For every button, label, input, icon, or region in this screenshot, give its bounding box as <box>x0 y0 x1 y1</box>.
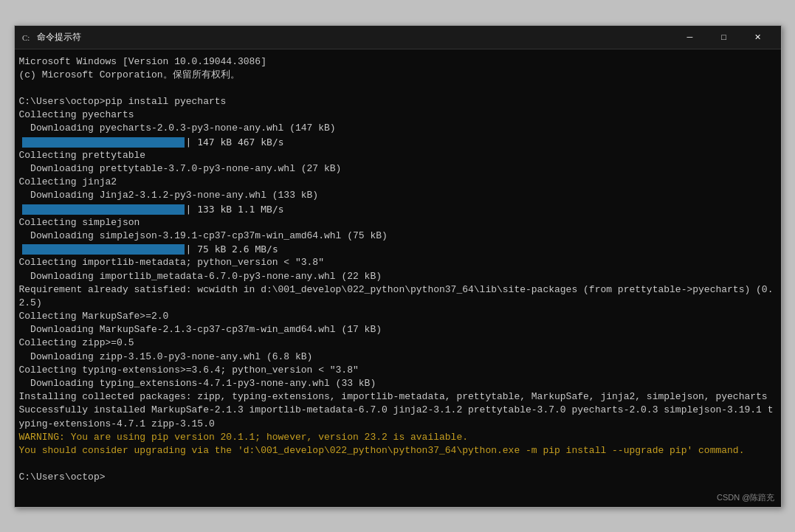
cmd-window: C: 命令提示符 ─ □ ✕ Microsoft Windows [Versio… <box>14 25 782 508</box>
terminal-line: Collecting pyecharts <box>19 108 777 122</box>
terminal-line: Downloading pyecharts-2.0.3-py3-none-any… <box>19 122 777 135</box>
terminal-line: C:\Users\octop>pip install pyecharts <box>19 95 777 108</box>
terminal-line: Downloading typing_extensions-4.7.1-py3-… <box>19 377 777 390</box>
terminal-line: Downloading prettytable-3.7.0-py3-none-a… <box>19 162 777 176</box>
terminal-line: Collecting importlib-metadata; python_ve… <box>19 256 777 269</box>
progress-text: | 147 kB 467 kB/s <box>186 136 284 149</box>
progress-bar <box>22 204 185 215</box>
terminal-line: You should consider upgrading via the 'd… <box>19 444 777 457</box>
terminal-line: (c) Microsoft Corporation。保留所有权利。 <box>19 69 777 82</box>
terminal-line <box>19 82 777 95</box>
terminal-line: Downloading zipp-3.15.0-py3-none-any.whl… <box>19 350 777 364</box>
window-controls: ─ □ ✕ <box>673 25 775 49</box>
minimize-button[interactable]: ─ <box>673 25 707 49</box>
terminal-line: Requirement already satisfied: wcwidth i… <box>19 283 777 310</box>
terminal-line: Microsoft Windows [Version 10.0.19044.30… <box>19 55 777 69</box>
terminal-line: Downloading importlib_metadata-6.7.0-py3… <box>19 270 777 283</box>
terminal-progress-line: | 133 kB 1.1 MB/s <box>19 203 777 216</box>
watermark: CSDN @陈踣充 <box>717 492 774 503</box>
close-button[interactable]: ✕ <box>741 25 775 49</box>
terminal-line: Installing collected packages: zipp, typ… <box>19 390 777 404</box>
terminal-line: Downloading MarkupSafe-2.1.3-cp37-cp37m-… <box>19 323 777 336</box>
progress-text: | 133 kB 1.1 MB/s <box>186 203 284 216</box>
terminal-line: C:\Users\octop> <box>19 471 777 484</box>
window-title: 命令提示符 <box>37 31 673 44</box>
cmd-icon: C: <box>21 31 32 43</box>
terminal-line: Collecting prettytable <box>19 149 777 162</box>
terminal-line: Downloading simplejson-3.19.1-cp37-cp37m… <box>19 229 777 243</box>
terminal-line: Downloading Jinja2-3.1.2-py3-none-any.wh… <box>19 189 777 202</box>
terminal-line: Collecting typing-extensions>=3.6.4; pyt… <box>19 364 777 377</box>
terminal-line: Successfully installed MarkupSafe-2.1.3 … <box>19 404 777 430</box>
terminal-progress-line: | 75 kB 2.6 MB/s <box>19 243 777 256</box>
terminal-line: Collecting simplejson <box>19 216 777 229</box>
progress-bar <box>22 137 185 148</box>
terminal-line: Collecting jinja2 <box>19 176 777 189</box>
svg-text:C:: C: <box>22 33 30 42</box>
progress-bar <box>22 244 185 255</box>
terminal-line: Collecting MarkupSafe>=2.0 <box>19 310 777 323</box>
maximize-button[interactable]: □ <box>707 25 741 49</box>
terminal-line: Collecting zipp>=0.5 <box>19 336 777 350</box>
terminal-line: WARNING: You are using pip version 20.1.… <box>19 431 777 444</box>
terminal-body[interactable]: Microsoft Windows [Version 10.0.19044.30… <box>15 49 781 507</box>
titlebar: C: 命令提示符 ─ □ ✕ <box>15 26 781 49</box>
progress-text: | 75 kB 2.6 MB/s <box>186 243 278 256</box>
terminal-progress-line: | 147 kB 467 kB/s <box>19 136 777 149</box>
terminal-line <box>19 457 777 471</box>
